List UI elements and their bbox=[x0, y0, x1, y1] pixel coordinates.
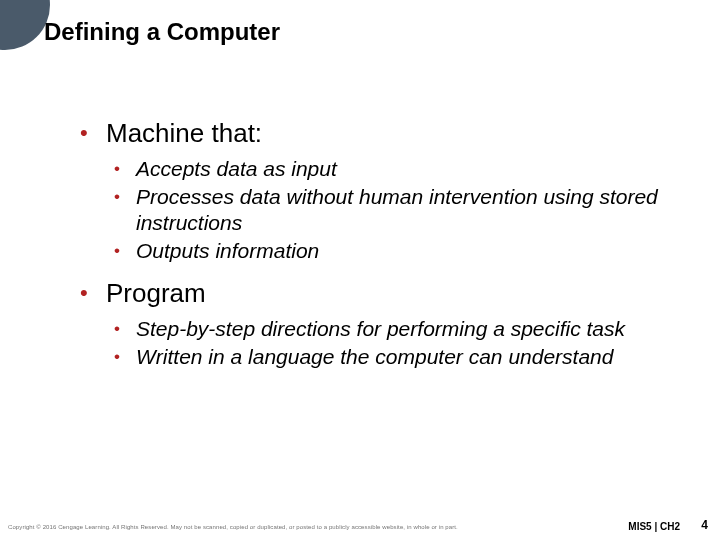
bullet-icon: • bbox=[114, 156, 136, 182]
slide-content: • Machine that: • Accepts data as input … bbox=[80, 118, 680, 384]
list-item: • Program • Step-by-step directions for … bbox=[80, 278, 680, 370]
bullet-text: Program bbox=[106, 278, 206, 308]
bullet-text: Outputs information bbox=[136, 238, 319, 264]
bullet-text: Accepts data as input bbox=[136, 156, 337, 182]
list-item: • Outputs information bbox=[114, 238, 680, 264]
bullet-text: Processes data without human interventio… bbox=[136, 184, 680, 236]
list-item: • Accepts data as input bbox=[114, 156, 680, 182]
copyright-text: Copyright © 2016 Cengage Learning. All R… bbox=[8, 524, 458, 530]
corner-decoration bbox=[0, 0, 50, 50]
list-item: • Processes data without human intervent… bbox=[114, 184, 680, 236]
bullet-icon: • bbox=[114, 238, 136, 264]
bullet-icon: • bbox=[114, 344, 136, 370]
bullet-text: Written in a language the computer can u… bbox=[136, 344, 613, 370]
list-item: • Written in a language the computer can… bbox=[114, 344, 680, 370]
list-item: • Step-by-step directions for performing… bbox=[114, 316, 680, 342]
bullet-text: Machine that: bbox=[106, 118, 262, 148]
footer-code: MIS5 | CH2 bbox=[628, 521, 680, 532]
bullet-icon: • bbox=[114, 184, 136, 236]
bullet-icon: • bbox=[80, 278, 106, 308]
slide-title: Defining a Computer bbox=[44, 18, 280, 46]
bullet-icon: • bbox=[114, 316, 136, 342]
bullet-icon: • bbox=[80, 118, 106, 148]
list-item: • Machine that: • Accepts data as input … bbox=[80, 118, 680, 264]
page-number: 4 bbox=[701, 518, 708, 532]
bullet-text: Step-by-step directions for performing a… bbox=[136, 316, 625, 342]
